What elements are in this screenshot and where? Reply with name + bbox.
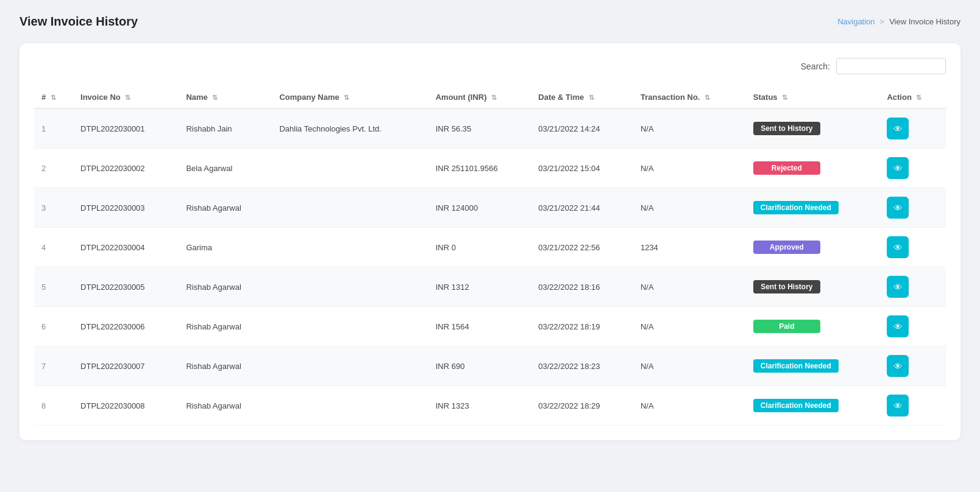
cell-transaction: N/A [633, 346, 746, 386]
cell-invoice-no: DTPL2022030003 [73, 188, 179, 228]
cell-status: Sent to History [746, 108, 880, 149]
cell-action: 👁 [879, 267, 946, 307]
cell-num: 4 [34, 228, 73, 267]
view-button[interactable]: 👁 [887, 355, 909, 377]
cell-action: 👁 [879, 108, 946, 149]
col-company[interactable]: Company Name ⇅ [272, 86, 428, 108]
table-row: 4 DTPL2022030004 Garima INR 0 03/21/2022… [34, 228, 946, 267]
table-header: # ⇅ Invoice No ⇅ Name ⇅ Company Name ⇅ A… [34, 86, 946, 108]
cell-status: Clarification Needed [746, 346, 880, 386]
cell-amount: INR 56.35 [428, 108, 531, 149]
table-body: 1 DTPL2022030001 Rishabh Jain Dahlia Tec… [34, 108, 946, 426]
cell-num: 1 [34, 108, 73, 149]
cell-status: Rejected [746, 149, 880, 188]
cell-company [272, 386, 428, 426]
cell-datetime: 03/21/2022 22:56 [531, 228, 633, 267]
col-name[interactable]: Name ⇅ [179, 86, 272, 108]
cell-transaction: N/A [633, 188, 746, 228]
cell-amount: INR 1564 [428, 307, 531, 346]
col-amount[interactable]: Amount (INR) ⇅ [428, 86, 531, 108]
status-badge: Rejected [753, 161, 820, 175]
cell-num: 6 [34, 307, 73, 346]
cell-datetime: 03/22/2022 18:19 [531, 307, 633, 346]
cell-amount: INR 0 [428, 228, 531, 267]
cell-amount: INR 124000 [428, 188, 531, 228]
cell-invoice-no: DTPL2022030002 [73, 149, 179, 188]
cell-name: Rishab Agarwal [179, 267, 272, 307]
eye-icon: 👁 [893, 124, 903, 134]
cell-name: Rishab Agarwal [179, 386, 272, 426]
cell-name: Rishab Agarwal [179, 188, 272, 228]
cell-company [272, 188, 428, 228]
sort-icon-datetime: ⇅ [589, 94, 594, 102]
col-status[interactable]: Status ⇅ [746, 86, 880, 108]
table-row: 1 DTPL2022030001 Rishabh Jain Dahlia Tec… [34, 108, 946, 149]
sort-icon-num: ⇅ [51, 94, 56, 102]
cell-action: 👁 [879, 188, 946, 228]
status-badge: Approved [753, 241, 820, 254]
sort-icon-company: ⇅ [344, 94, 349, 102]
cell-transaction: N/A [633, 307, 746, 346]
invoice-table: # ⇅ Invoice No ⇅ Name ⇅ Company Name ⇅ A… [34, 86, 946, 426]
view-button[interactable]: 👁 [887, 315, 909, 337]
cell-status: Clarification Needed [746, 188, 880, 228]
cell-name: Bela Agarwal [179, 149, 272, 188]
view-button[interactable]: 👁 [887, 118, 909, 139]
cell-transaction: N/A [633, 386, 746, 426]
cell-action: 👁 [879, 307, 946, 346]
cell-datetime: 03/22/2022 18:23 [531, 346, 633, 386]
cell-status: Paid [746, 307, 880, 346]
cell-num: 7 [34, 346, 73, 386]
eye-icon: 👁 [893, 242, 903, 253]
view-button[interactable]: 👁 [887, 197, 909, 219]
table-header-row: # ⇅ Invoice No ⇅ Name ⇅ Company Name ⇅ A… [34, 86, 946, 108]
cell-name: Rishab Agarwal [179, 307, 272, 346]
eye-icon: 👁 [893, 401, 903, 411]
view-button[interactable]: 👁 [887, 276, 909, 298]
cell-company: Dahlia Technologies Pvt. Ltd. [272, 108, 428, 149]
col-datetime[interactable]: Date & Time ⇅ [531, 86, 633, 108]
cell-status: Clarification Needed [746, 386, 880, 426]
cell-datetime: 03/21/2022 15:04 [531, 149, 633, 188]
cell-transaction: 1234 [633, 228, 746, 267]
col-num[interactable]: # ⇅ [34, 86, 73, 108]
cell-action: 👁 [879, 346, 946, 386]
cell-invoice-no: DTPL2022030006 [73, 307, 179, 346]
cell-amount: INR 1323 [428, 386, 531, 426]
cell-amount: INR 251101.9566 [428, 149, 531, 188]
cell-transaction: N/A [633, 108, 746, 149]
cell-num: 2 [34, 149, 73, 188]
cell-num: 5 [34, 267, 73, 307]
status-badge: Paid [753, 320, 820, 333]
col-action[interactable]: Action ⇅ [879, 86, 946, 108]
cell-datetime: 03/22/2022 18:16 [531, 267, 633, 307]
cell-invoice-no: DTPL2022030008 [73, 386, 179, 426]
view-button[interactable]: 👁 [887, 157, 909, 179]
cell-transaction: N/A [633, 149, 746, 188]
cell-invoice-no: DTPL2022030001 [73, 108, 179, 149]
page-wrapper: View Invoice History Navigation > View I… [0, 0, 980, 492]
cell-action: 👁 [879, 149, 946, 188]
search-row: Search: [34, 58, 946, 74]
sort-icon-status: ⇅ [782, 94, 787, 102]
view-button[interactable]: 👁 [887, 236, 909, 258]
table-row: 8 DTPL2022030008 Rishab Agarwal INR 1323… [34, 386, 946, 426]
breadcrumb-nav[interactable]: Navigation [837, 17, 875, 26]
search-input[interactable] [836, 58, 946, 74]
cell-company [272, 149, 428, 188]
cell-datetime: 03/22/2022 18:29 [531, 386, 633, 426]
sort-icon-name: ⇅ [212, 94, 218, 102]
view-button[interactable]: 👁 [887, 395, 909, 416]
page-title: View Invoice History [20, 15, 138, 29]
status-badge: Sent to History [753, 280, 820, 293]
cell-company [272, 346, 428, 386]
status-badge: Clarification Needed [753, 399, 839, 412]
search-label: Search: [801, 62, 830, 71]
col-transaction[interactable]: Transaction No. ⇅ [633, 86, 746, 108]
cell-name: Rishab Agarwal [179, 346, 272, 386]
cell-datetime: 03/21/2022 21:44 [531, 188, 633, 228]
breadcrumb: Navigation > View Invoice History [837, 17, 960, 26]
cell-transaction: N/A [633, 267, 746, 307]
eye-icon: 👁 [893, 163, 903, 174]
col-invoice-no[interactable]: Invoice No ⇅ [73, 86, 179, 108]
